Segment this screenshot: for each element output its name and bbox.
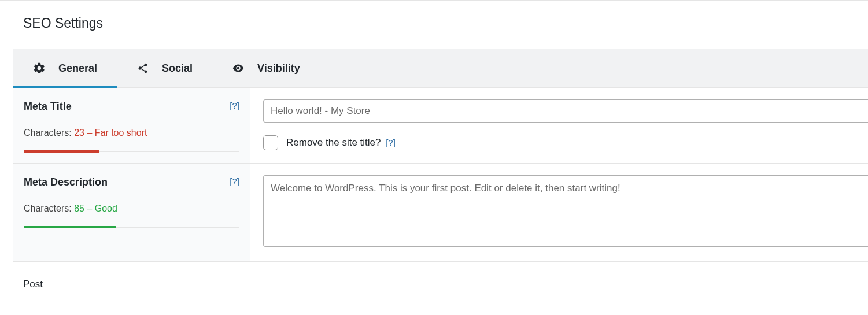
meta-title-row: Meta Title [?] Characters: 23 – Far too …	[13, 88, 868, 164]
meta-description-progress-fill	[24, 226, 116, 228]
remove-site-title-help[interactable]: [?]	[386, 138, 396, 147]
meta-description-char-value: 85 – Good	[74, 203, 117, 213]
page-title: SEO Settings	[23, 16, 868, 31]
post-type-label: Post	[23, 279, 868, 290]
meta-title-label-col: Meta Title [?] Characters: 23 – Far too …	[13, 88, 250, 163]
meta-title-char-value: 23 – Far too short	[74, 128, 147, 138]
seo-panel: General Social Visibility Meta Title	[13, 49, 868, 262]
meta-description-characters: Characters: 85 – Good	[24, 203, 239, 214]
share-icon	[136, 62, 149, 75]
tab-general-label: General	[58, 62, 97, 75]
meta-description-label-col: Meta Description [?] Characters: 85 – Go…	[13, 164, 250, 261]
tab-visibility-label: Visibility	[257, 62, 300, 75]
remove-site-title-checkbox[interactable]	[263, 135, 278, 150]
tab-social-label: Social	[162, 62, 193, 75]
meta-description-help[interactable]: [?]	[230, 176, 239, 186]
meta-description-textarea[interactable]	[263, 175, 868, 247]
meta-description-char-label: Characters:	[24, 203, 74, 213]
meta-description-progress	[24, 227, 239, 228]
meta-title-progress-fill	[24, 150, 99, 153]
meta-description-heading: Meta Description	[24, 176, 108, 188]
eye-icon	[232, 62, 245, 75]
meta-title-help[interactable]: [?]	[230, 101, 239, 110]
meta-title-characters: Characters: 23 – Far too short	[24, 128, 239, 138]
remove-site-title-label: Remove the site title? [?]	[286, 137, 396, 149]
gear-icon	[33, 62, 46, 75]
tab-social[interactable]: Social	[117, 49, 212, 87]
meta-title-char-label: Characters:	[24, 128, 74, 138]
tab-visibility[interactable]: Visibility	[212, 49, 320, 87]
meta-title-input[interactable]	[263, 99, 868, 123]
tabs: General Social Visibility	[13, 49, 868, 88]
tab-general[interactable]: General	[13, 49, 117, 87]
meta-title-progress	[24, 151, 239, 152]
meta-title-heading: Meta Title	[24, 101, 72, 113]
meta-description-row: Meta Description [?] Characters: 85 – Go…	[13, 164, 868, 262]
